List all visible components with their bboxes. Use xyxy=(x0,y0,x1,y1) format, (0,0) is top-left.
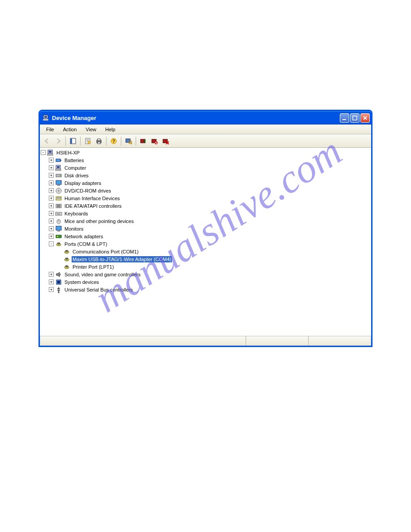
separator xyxy=(80,137,81,146)
usb-icon xyxy=(55,286,62,293)
svg-point-37 xyxy=(58,190,60,191)
separator xyxy=(65,137,66,146)
expand-icon[interactable]: + xyxy=(49,203,54,208)
svg-rect-30 xyxy=(57,166,60,168)
expand-icon[interactable]: + xyxy=(49,173,54,178)
expand-icon[interactable]: + xyxy=(49,158,54,163)
titlebar[interactable]: Device Manager xyxy=(40,111,371,124)
tree-indent xyxy=(41,172,49,179)
help-button[interactable]: ? xyxy=(108,136,119,146)
scan-hardware-button[interactable] xyxy=(123,136,134,146)
menu-file[interactable]: File xyxy=(42,125,59,133)
tree-item[interactable]: +Universal Serial Bus controllers xyxy=(41,286,370,293)
tree-item-port-device[interactable]: Printer Port (LPT1) xyxy=(41,263,370,270)
expand-icon[interactable]: + xyxy=(49,287,54,292)
collapse-icon[interactable]: - xyxy=(49,241,54,246)
node-label: Monitors xyxy=(64,226,84,232)
maximize-button[interactable] xyxy=(350,113,360,123)
svg-rect-45 xyxy=(56,213,57,214)
expand-icon[interactable]: + xyxy=(49,180,54,185)
expand-icon[interactable]: + xyxy=(49,272,54,277)
menu-view[interactable]: View xyxy=(81,125,101,133)
tree-indent xyxy=(41,210,49,217)
tree-item[interactable]: +IDE ATA/ATAPI controllers xyxy=(41,202,370,210)
node-label: HSIEH-XP xyxy=(56,150,81,156)
show-hide-console-button[interactable] xyxy=(68,136,78,146)
node-label: Universal Serial Bus controllers xyxy=(64,287,134,293)
expand-icon[interactable]: + xyxy=(49,196,54,201)
forward-button xyxy=(53,136,64,146)
tree-item[interactable]: +Sound, video and game controllers xyxy=(41,270,370,278)
print-button[interactable] xyxy=(94,136,104,146)
tree-indent xyxy=(41,255,49,263)
collapse-icon[interactable]: - xyxy=(41,150,46,155)
svg-line-18 xyxy=(131,143,132,144)
minimize-button[interactable] xyxy=(340,113,349,123)
expand-icon[interactable]: + xyxy=(49,165,54,170)
svg-rect-58 xyxy=(66,250,68,252)
tree-item-ports[interactable]: - Ports (COM & LPT) xyxy=(41,240,370,248)
properties-button[interactable] xyxy=(82,136,93,146)
separator xyxy=(121,137,121,146)
computer-icon xyxy=(55,164,62,172)
expand-icon[interactable]: + xyxy=(49,279,54,284)
expand-icon[interactable]: + xyxy=(49,188,54,193)
tree-item[interactable]: +DVD/CD-ROM drives xyxy=(41,187,370,194)
expand-icon[interactable]: + xyxy=(49,234,54,239)
svg-rect-52 xyxy=(57,231,60,232)
svg-rect-54 xyxy=(57,236,58,237)
tree-item[interactable]: +Display adapters xyxy=(41,179,370,187)
node-label: Computer xyxy=(64,165,87,171)
tree-indent xyxy=(41,240,49,248)
enable-button[interactable] xyxy=(138,136,149,146)
tree-item[interactable]: +Batteries xyxy=(41,156,370,164)
node-label: Disk drives xyxy=(64,172,90,179)
expand-icon[interactable]: + xyxy=(49,219,54,223)
tree-indent xyxy=(49,263,57,270)
tree-item[interactable]: +Human Interface Devices xyxy=(41,194,370,202)
uninstall-button[interactable] xyxy=(160,136,171,146)
svg-rect-47 xyxy=(59,213,60,214)
tree-item[interactable]: +Mice and other pointing devices xyxy=(41,217,370,225)
disable-button[interactable] xyxy=(149,136,160,146)
tree-item-port-device[interactable]: Maxim USB-to-JTAG/1-Wire Adapter (COM4) xyxy=(41,255,370,263)
device-tree[interactable]: - HSIEH-XP +Batteries+Computer+Disk driv… xyxy=(40,148,371,336)
tree-item[interactable]: +Disk drives xyxy=(41,172,370,179)
menu-help[interactable]: Help xyxy=(101,125,120,133)
svg-rect-6 xyxy=(70,138,72,144)
tree-item[interactable]: +Monitors xyxy=(41,225,370,232)
svg-text:?: ? xyxy=(112,139,115,144)
tree-indent xyxy=(41,263,49,270)
disk-icon xyxy=(55,172,62,179)
keyboard-icon xyxy=(55,210,62,217)
tree-item-port-device[interactable]: Communications Port (COM1) xyxy=(41,248,370,255)
node-label: IDE ATA/ATAPI controllers xyxy=(64,203,123,209)
monitor-icon xyxy=(55,180,62,187)
svg-rect-64 xyxy=(57,281,60,283)
expand-icon[interactable]: + xyxy=(49,226,54,231)
node-label: Keyboards xyxy=(64,210,89,217)
toolbar: ? xyxy=(40,134,371,148)
expand-icon[interactable]: + xyxy=(49,211,54,216)
status-cell xyxy=(40,336,246,346)
tree-indent xyxy=(41,187,49,194)
svg-rect-31 xyxy=(56,169,61,171)
svg-rect-3 xyxy=(342,119,346,120)
status-cell xyxy=(246,336,308,346)
tree-item[interactable]: +Keyboards xyxy=(41,210,370,217)
tree-indent xyxy=(41,179,49,187)
tree-indent xyxy=(41,278,49,286)
menu-action[interactable]: Action xyxy=(59,125,81,133)
svg-rect-13 xyxy=(98,142,100,144)
ide-icon xyxy=(55,202,62,210)
node-label: System devices xyxy=(64,279,100,285)
tree-item[interactable]: +System devices xyxy=(41,278,370,286)
close-button[interactable] xyxy=(360,113,370,123)
svg-rect-46 xyxy=(58,213,59,214)
tree-indent xyxy=(41,232,49,240)
tree-item[interactable]: +Computer xyxy=(41,164,370,172)
status-cell xyxy=(308,336,371,346)
tree-item[interactable]: +Network adapters xyxy=(41,232,370,240)
computer-root-icon xyxy=(47,149,54,156)
tree-root[interactable]: - HSIEH-XP xyxy=(41,149,370,156)
